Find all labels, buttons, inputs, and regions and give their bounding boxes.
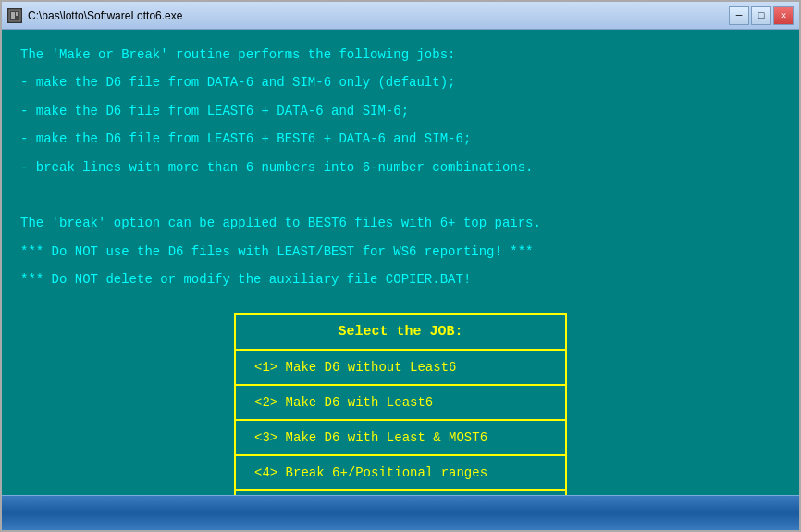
window-controls: ─ □ ✕ xyxy=(729,6,794,25)
description-line-1: The 'Make or Break' routine performs the… xyxy=(20,44,781,65)
description-line-2: - make the D6 file from DATA-6 and SIM-6… xyxy=(20,72,781,93)
maximize-button[interactable]: □ xyxy=(751,6,771,25)
terminal-content: The 'Make or Break' routine performs the… xyxy=(2,30,799,495)
menu-item-4-key: <4> xyxy=(254,465,286,480)
window-title: C:\bas\lotto\SoftwareLotto6.exe xyxy=(28,9,182,22)
menu-item-1-label: Make D6 without Least6 xyxy=(286,360,457,375)
description-line-7: The 'break' option can be applied to BES… xyxy=(20,213,781,233)
svg-rect-2 xyxy=(16,12,18,16)
minimize-button[interactable]: ─ xyxy=(729,6,749,25)
app-icon xyxy=(7,8,22,23)
description-line-5: - break lines with more than 6 numbers i… xyxy=(20,157,781,178)
menu-item-exit[interactable]: <X> Exit Make or Break xyxy=(236,491,565,495)
title-bar: C:\bas\lotto\SoftwareLotto6.exe ─ □ ✕ xyxy=(2,2,799,30)
description-line-8: *** Do NOT use the D6 files with LEAST/B… xyxy=(20,241,781,262)
menu-item-3[interactable]: <3> Make D6 with Least & MOST6 xyxy=(236,421,565,456)
close-button[interactable]: ✕ xyxy=(773,6,794,25)
description-line-6 xyxy=(20,185,781,205)
menu-item-4-label: Break 6+/Positional ranges xyxy=(286,465,487,480)
menu-item-2-key: <2> xyxy=(254,395,286,410)
menu-title: Select the JOB: xyxy=(236,315,565,351)
menu-item-2[interactable]: <2> Make D6 with Least6 xyxy=(236,386,565,421)
taskbar xyxy=(2,495,799,530)
menu-item-2-label: Make D6 with Least6 xyxy=(286,395,434,410)
description-line-9: *** Do NOT delete or modify the auxiliar… xyxy=(20,269,781,290)
menu-item-3-key: <3> xyxy=(254,430,286,445)
description-line-4: - make the D6 file from LEAST6 + BEST6 +… xyxy=(20,129,781,149)
title-bar-left: C:\bas\lotto\SoftwareLotto6.exe xyxy=(7,8,182,23)
description-line-3: - make the D6 file from LEAST6 + DATA-6 … xyxy=(20,101,781,121)
menu-item-1-key: <1> xyxy=(254,360,286,375)
menu-item-1[interactable]: <1> Make D6 without Least6 xyxy=(236,351,565,386)
job-selection-menu: Select the JOB: <1> Make D6 without Leas… xyxy=(234,313,567,495)
svg-rect-1 xyxy=(11,12,15,19)
menu-item-4[interactable]: <4> Break 6+/Positional ranges xyxy=(236,456,565,491)
main-window: C:\bas\lotto\SoftwareLotto6.exe ─ □ ✕ Th… xyxy=(0,0,801,532)
menu-item-3-label: Make D6 with Least & MOST6 xyxy=(286,430,487,445)
